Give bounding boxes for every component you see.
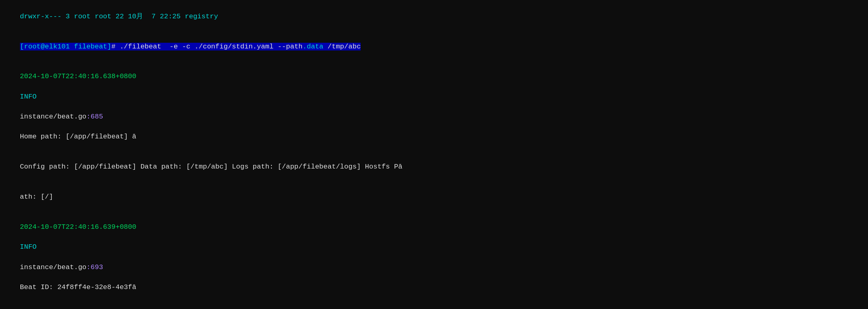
timestamp-2: 2024-10-07T22:40:16.639+0800	[20, 223, 137, 231]
log-msg-2: Beat ID: 24f8ff4e-32e8-4e3fā	[20, 283, 137, 291]
timestamp-1: 2024-10-07T22:40:16.638+0800	[20, 72, 137, 80]
spacer	[20, 273, 37, 281]
log-level-2: INFO	[20, 243, 37, 251]
terminal-window: drwxr-x--- 3 root root 22 10月 7 22:25 re…	[0, 0, 868, 309]
prompt-user: [root@elk101 filebeat]	[20, 43, 111, 50]
spacer	[20, 253, 37, 261]
log-msg-1: Home path: [/app/filebeat] ā	[20, 133, 137, 140]
log-source-2: instance/beat.go	[20, 263, 86, 271]
log-level-1: INFO	[20, 93, 37, 101]
command-path-value: /tmp/abc	[324, 43, 361, 50]
log-source-1: instance/beat.go	[20, 113, 86, 121]
log-lineno-1: :685	[86, 113, 103, 121]
dir-listing-text: drwxr-x--- 3 root root 22 10月 7 22:25 re…	[20, 13, 218, 20]
log-line-2b: -92a8-301c8714b65d	[3, 302, 865, 309]
dir-listing-line: drwxr-x--- 3 root root 22 10月 7 22:25 re…	[3, 2, 865, 32]
spacer	[20, 103, 37, 110]
log-line-1b: Config path: [/app/filebeat] Data path: …	[3, 152, 865, 182]
log-lineno-2: :693	[86, 263, 103, 271]
log-line-1c: ath: [/]	[3, 182, 865, 213]
spacer	[20, 233, 37, 241]
command-prompt-line: [root@elk101 filebeat]# ./filebeat -e -c…	[3, 32, 865, 62]
command-text: ./filebeat -e -c ./config/stdin.yaml --p…	[120, 43, 303, 50]
spacer	[20, 83, 37, 90]
log-cont-1b: Config path: [/app/filebeat] Data path: …	[20, 163, 403, 171]
command-path-data: .data	[303, 43, 324, 50]
log-line-1a: 2024-10-07T22:40:16.638+0800 INFO instan…	[3, 62, 865, 152]
log-cont-1c: ath: [/]	[20, 193, 53, 201]
spacer	[20, 123, 37, 131]
log-line-2a: 2024-10-07T22:40:16.639+0800 INFO instan…	[3, 212, 865, 302]
prompt-text: [root@elk101 filebeat]# ./filebeat -e -c…	[20, 43, 361, 50]
prompt-hash: #	[111, 43, 119, 50]
